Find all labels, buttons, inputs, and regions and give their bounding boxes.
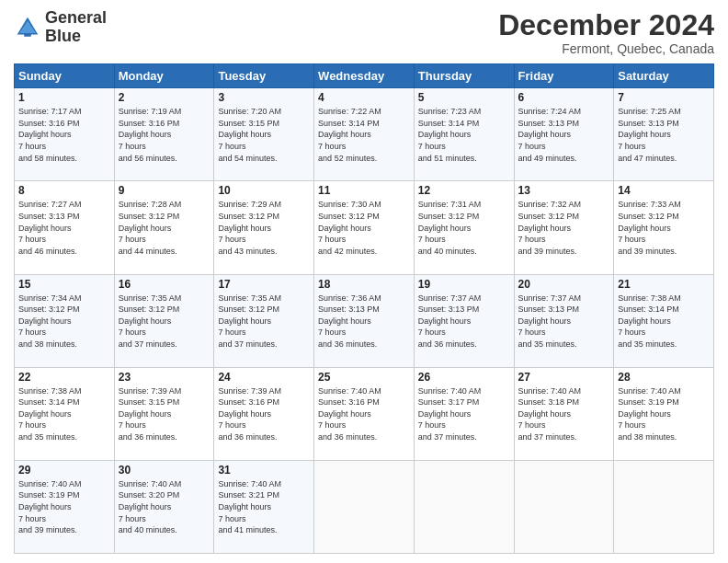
day-number: 26 <box>418 371 510 384</box>
day-info: Sunrise: 7:31 AMSunset: 3:12 PMDaylight … <box>418 199 510 257</box>
calendar-cell: 28 Sunrise: 7:40 AMSunset: 3:19 PMDaylig… <box>614 367 714 460</box>
calendar-table: Sunday Monday Tuesday Wednesday Thursday… <box>14 63 714 554</box>
calendar-cell: 21 Sunrise: 7:38 AMSunset: 3:14 PMDaylig… <box>614 274 714 367</box>
calendar-cell: 29 Sunrise: 7:40 AMSunset: 3:19 PMDaylig… <box>15 460 115 553</box>
day-number: 8 <box>18 184 110 197</box>
calendar-cell: 18 Sunrise: 7:36 AMSunset: 3:13 PMDaylig… <box>314 274 415 367</box>
day-number: 17 <box>218 278 310 291</box>
day-number: 9 <box>119 184 210 197</box>
day-number: 19 <box>418 278 510 291</box>
day-number: 11 <box>318 184 410 197</box>
calendar-header-row: Sunday Monday Tuesday Wednesday Thursday… <box>15 64 714 88</box>
page: General Blue December 2024 Fermont, Queb… <box>0 0 728 563</box>
calendar-cell: 10 Sunrise: 7:29 AMSunset: 3:12 PMDaylig… <box>214 181 314 274</box>
day-info: Sunrise: 7:40 AMSunset: 3:18 PMDaylight … <box>518 385 610 443</box>
calendar-cell: 2 Sunrise: 7:19 AMSunset: 3:16 PMDayligh… <box>114 88 214 181</box>
calendar-cell: 15 Sunrise: 7:34 AMSunset: 3:12 PMDaylig… <box>15 274 115 367</box>
header-wednesday: Wednesday <box>314 64 415 88</box>
calendar-cell <box>314 460 415 553</box>
calendar-cell: 16 Sunrise: 7:35 AMSunset: 3:12 PMDaylig… <box>114 274 214 367</box>
calendar-cell: 8 Sunrise: 7:27 AMSunset: 3:13 PMDayligh… <box>15 181 115 274</box>
day-info: Sunrise: 7:38 AMSunset: 3:14 PMDaylight … <box>18 385 110 443</box>
logo: General Blue <box>14 9 107 46</box>
day-number: 12 <box>418 184 510 197</box>
header-tuesday: Tuesday <box>214 64 314 88</box>
calendar-cell: 5 Sunrise: 7:23 AMSunset: 3:14 PMDayligh… <box>414 88 514 181</box>
calendar-cell: 9 Sunrise: 7:28 AMSunset: 3:12 PMDayligh… <box>114 181 214 274</box>
day-info: Sunrise: 7:19 AMSunset: 3:16 PMDaylight … <box>119 106 210 164</box>
logo-text: General Blue <box>45 9 107 46</box>
day-number: 10 <box>218 184 310 197</box>
logo-line1: General <box>45 9 107 28</box>
calendar-week-row: 22 Sunrise: 7:38 AMSunset: 3:14 PMDaylig… <box>15 367 714 460</box>
day-number: 20 <box>518 278 610 291</box>
day-info: Sunrise: 7:22 AMSunset: 3:14 PMDaylight … <box>318 106 410 164</box>
calendar-cell <box>514 460 614 553</box>
day-number: 16 <box>119 278 210 291</box>
day-number: 24 <box>218 371 310 384</box>
header-monday: Monday <box>114 64 214 88</box>
calendar-cell: 14 Sunrise: 7:33 AMSunset: 3:12 PMDaylig… <box>614 181 714 274</box>
day-number: 31 <box>218 464 310 477</box>
calendar-cell: 30 Sunrise: 7:40 AMSunset: 3:20 PMDaylig… <box>114 460 214 553</box>
calendar-week-row: 1 Sunrise: 7:17 AMSunset: 3:16 PMDayligh… <box>15 88 714 181</box>
day-info: Sunrise: 7:27 AMSunset: 3:13 PMDaylight … <box>18 199 110 257</box>
calendar-week-row: 8 Sunrise: 7:27 AMSunset: 3:13 PMDayligh… <box>15 181 714 274</box>
header-saturday: Saturday <box>614 64 714 88</box>
day-number: 7 <box>618 91 710 104</box>
calendar-cell: 24 Sunrise: 7:39 AMSunset: 3:16 PMDaylig… <box>214 367 314 460</box>
day-info: Sunrise: 7:37 AMSunset: 3:13 PMDaylight … <box>418 293 510 350</box>
day-info: Sunrise: 7:35 AMSunset: 3:12 PMDaylight … <box>119 293 210 350</box>
calendar-cell: 26 Sunrise: 7:40 AMSunset: 3:17 PMDaylig… <box>414 367 514 460</box>
day-info: Sunrise: 7:28 AMSunset: 3:12 PMDaylight … <box>119 199 210 257</box>
calendar-cell: 13 Sunrise: 7:32 AMSunset: 3:12 PMDaylig… <box>514 181 614 274</box>
day-number: 14 <box>618 184 710 197</box>
calendar-cell: 4 Sunrise: 7:22 AMSunset: 3:14 PMDayligh… <box>314 88 415 181</box>
calendar-week-row: 29 Sunrise: 7:40 AMSunset: 3:19 PMDaylig… <box>15 460 714 553</box>
calendar-cell: 7 Sunrise: 7:25 AMSunset: 3:13 PMDayligh… <box>614 88 714 181</box>
logo-line2: Blue <box>45 28 107 46</box>
calendar-cell <box>614 460 714 553</box>
day-info: Sunrise: 7:40 AMSunset: 3:21 PMDaylight … <box>218 478 310 536</box>
day-info: Sunrise: 7:40 AMSunset: 3:19 PMDaylight … <box>18 478 110 536</box>
calendar-cell: 1 Sunrise: 7:17 AMSunset: 3:16 PMDayligh… <box>15 88 115 181</box>
calendar-cell: 27 Sunrise: 7:40 AMSunset: 3:18 PMDaylig… <box>514 367 614 460</box>
day-info: Sunrise: 7:40 AMSunset: 3:20 PMDaylight … <box>119 478 210 536</box>
day-info: Sunrise: 7:33 AMSunset: 3:12 PMDaylight … <box>618 199 710 257</box>
day-number: 25 <box>318 371 410 384</box>
day-info: Sunrise: 7:23 AMSunset: 3:14 PMDaylight … <box>418 106 510 164</box>
day-info: Sunrise: 7:29 AMSunset: 3:12 PMDaylight … <box>218 199 310 257</box>
header-friday: Friday <box>514 64 614 88</box>
calendar-cell: 11 Sunrise: 7:30 AMSunset: 3:12 PMDaylig… <box>314 181 415 274</box>
day-number: 29 <box>18 464 110 477</box>
header: General Blue December 2024 Fermont, Queb… <box>14 9 714 56</box>
day-info: Sunrise: 7:34 AMSunset: 3:12 PMDaylight … <box>18 293 110 350</box>
day-info: Sunrise: 7:40 AMSunset: 3:19 PMDaylight … <box>618 385 710 443</box>
location: Fermont, Quebec, Canada <box>498 41 714 56</box>
day-info: Sunrise: 7:40 AMSunset: 3:16 PMDaylight … <box>318 385 410 443</box>
day-info: Sunrise: 7:32 AMSunset: 3:12 PMDaylight … <box>518 199 610 257</box>
day-info: Sunrise: 7:20 AMSunset: 3:15 PMDaylight … <box>218 106 310 164</box>
svg-rect-2 <box>24 33 31 37</box>
calendar-cell: 20 Sunrise: 7:37 AMSunset: 3:13 PMDaylig… <box>514 274 614 367</box>
day-info: Sunrise: 7:38 AMSunset: 3:14 PMDaylight … <box>618 293 710 350</box>
day-info: Sunrise: 7:24 AMSunset: 3:13 PMDaylight … <box>518 106 610 164</box>
day-info: Sunrise: 7:30 AMSunset: 3:12 PMDaylight … <box>318 199 410 257</box>
day-info: Sunrise: 7:40 AMSunset: 3:17 PMDaylight … <box>418 385 510 443</box>
day-number: 5 <box>418 91 510 104</box>
header-thursday: Thursday <box>414 64 514 88</box>
day-number: 2 <box>119 91 210 104</box>
day-info: Sunrise: 7:36 AMSunset: 3:13 PMDaylight … <box>318 293 410 350</box>
day-info: Sunrise: 7:25 AMSunset: 3:13 PMDaylight … <box>618 106 710 164</box>
day-number: 21 <box>618 278 710 291</box>
logo-icon <box>14 14 41 41</box>
month-title: December 2024 <box>498 9 714 41</box>
day-number: 13 <box>518 184 610 197</box>
title-block: December 2024 Fermont, Quebec, Canada <box>498 9 714 56</box>
day-number: 1 <box>18 91 110 104</box>
day-number: 23 <box>119 371 210 384</box>
calendar-cell: 3 Sunrise: 7:20 AMSunset: 3:15 PMDayligh… <box>214 88 314 181</box>
header-sunday: Sunday <box>15 64 115 88</box>
calendar-cell: 31 Sunrise: 7:40 AMSunset: 3:21 PMDaylig… <box>214 460 314 553</box>
day-info: Sunrise: 7:17 AMSunset: 3:16 PMDaylight … <box>18 106 110 164</box>
